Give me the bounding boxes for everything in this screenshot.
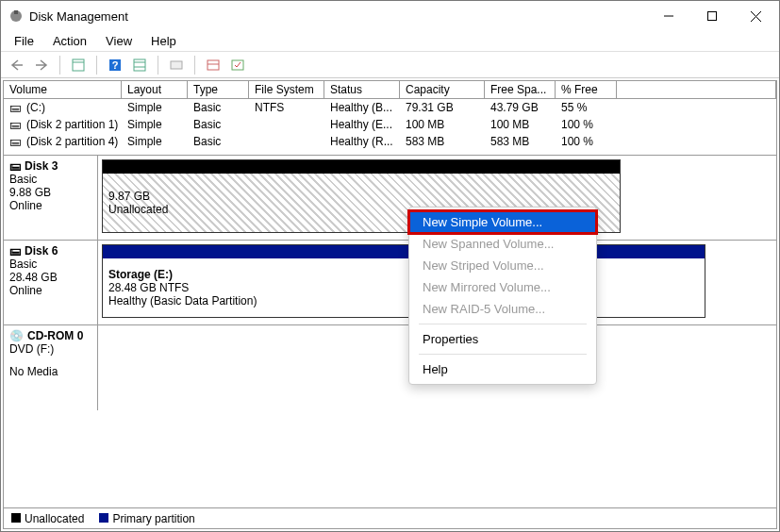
help-button[interactable]: ?	[105, 55, 125, 75]
cell-cap: 583 MB	[400, 135, 485, 148]
partition-body: Storage (E:) 28.48 GB NTFS Healthy (Basi…	[103, 258, 705, 317]
disk-info[interactable]: 🖴Disk 3 Basic 9.88 GB Online	[4, 156, 98, 240]
extra-button[interactable]	[227, 55, 248, 75]
disk-icon: 🖴	[9, 244, 21, 258]
cell-free: 583 MB	[485, 135, 556, 148]
disk-row: 💿CD-ROM 0 DVD (F:) No Media	[4, 325, 776, 410]
col-volume[interactable]: Volume	[4, 81, 122, 98]
volume-table-body: 🖴(C:) Simple Basic NTFS Healthy (B... 79…	[4, 99, 776, 156]
cell-cap: 79.31 GB	[400, 101, 485, 114]
col-freespace[interactable]: Free Spa...	[485, 81, 556, 98]
disk-type: Basic	[9, 173, 91, 186]
close-button[interactable]	[734, 1, 777, 31]
menu-help[interactable]: Help	[141, 32, 186, 50]
cell-layout: Simple	[122, 135, 188, 148]
menu-help[interactable]: Help	[409, 358, 596, 380]
legend-swatch-unallocated	[11, 513, 21, 523]
col-filesystem[interactable]: File System	[249, 81, 324, 98]
col-blank	[617, 81, 776, 98]
menu-view[interactable]: View	[96, 32, 141, 50]
disk-info[interactable]: 🖴Disk 6 Basic 28.48 GB Online	[4, 241, 98, 324]
cdrom-icon: 💿	[9, 329, 24, 342]
app-icon	[8, 8, 24, 24]
toolbar-separator	[158, 56, 158, 75]
settings-button[interactable]	[129, 55, 150, 75]
partition-stripe	[103, 245, 705, 258]
col-status[interactable]: Status	[324, 81, 400, 98]
menubar: File Action View Help	[1, 31, 779, 52]
col-type[interactable]: Type	[188, 81, 249, 98]
disk-icon: 🖴	[9, 159, 21, 173]
window: Disk Management File Action View Help ? …	[0, 0, 780, 532]
menu-properties[interactable]: Properties	[409, 328, 596, 350]
disk-sub: DVD (F:)	[9, 342, 91, 356]
forward-button[interactable]	[31, 55, 52, 75]
legend: Unallocated Primary partition	[4, 507, 776, 528]
cell-status: Healthy (R...	[324, 135, 400, 148]
disk-size: 9.88 GB	[9, 186, 91, 199]
col-capacity[interactable]: Capacity	[400, 81, 485, 98]
col-layout[interactable]: Layout	[122, 81, 188, 98]
cell-status: Healthy (B...	[324, 101, 400, 114]
cell-type: Basic	[188, 118, 249, 131]
menu-new-simple-volume[interactable]: New Simple Volume...	[409, 211, 596, 233]
partition-primary[interactable]: Storage (E:) 28.48 GB NTFS Healthy (Basi…	[102, 244, 705, 318]
list-button[interactable]	[203, 55, 224, 75]
svg-rect-13	[171, 61, 182, 69]
cell-fs: NTFS	[249, 101, 324, 114]
disk-info[interactable]: 💿CD-ROM 0 DVD (F:) No Media	[4, 325, 98, 410]
table-row[interactable]: 🖴(Disk 2 partition 4) Simple Basic Healt…	[4, 133, 776, 150]
volume-name: (Disk 2 partition 1)	[26, 118, 118, 131]
maximize-button[interactable]	[690, 1, 734, 31]
cell-layout: Simple	[122, 101, 188, 114]
partition-stripe	[103, 160, 620, 174]
table-row[interactable]: 🖴(Disk 2 partition 1) Simple Basic Healt…	[4, 116, 776, 133]
toolbar: ?	[1, 52, 779, 78]
menu-file[interactable]: File	[5, 32, 43, 50]
partition-name: Storage (E:)	[108, 268, 699, 281]
window-title: Disk Management	[29, 9, 647, 24]
disk-row: 🖴Disk 6 Basic 28.48 GB Online Storage (E…	[4, 241, 776, 325]
cell-free: 43.79 GB	[485, 101, 556, 114]
cell-type: Basic	[188, 135, 249, 148]
show-hide-button[interactable]	[68, 55, 89, 75]
refresh-button[interactable]	[166, 55, 187, 75]
cell-pct: 100 %	[556, 118, 617, 131]
legend-swatch-primary	[99, 513, 108, 523]
cell-free: 100 MB	[485, 118, 556, 131]
menu-new-spanned-volume: New Spanned Volume...	[409, 233, 596, 255]
disk-status: No Media	[9, 365, 91, 378]
menu-new-mirrored-volume: New Mirrored Volume...	[409, 276, 596, 298]
toolbar-separator	[96, 56, 97, 75]
drive-icon: 🖴	[9, 118, 26, 131]
cell-pct: 55 %	[556, 101, 617, 114]
col-pctfree[interactable]: % Free	[556, 81, 617, 98]
minimize-button[interactable]	[647, 1, 690, 31]
svg-rect-3	[708, 12, 717, 21]
svg-rect-1	[14, 10, 18, 14]
svg-text:?: ?	[112, 59, 119, 71]
disk-size: 28.48 GB	[9, 271, 91, 284]
svg-rect-10	[134, 59, 145, 71]
partition-status: Healthy (Basic Data Partition)	[108, 294, 699, 308]
cell-status: Healthy (E...	[324, 118, 400, 131]
volume-name: (C:)	[26, 101, 45, 114]
back-button[interactable]	[7, 55, 27, 75]
cell-layout: Simple	[122, 118, 188, 131]
drive-icon: 🖴	[9, 135, 26, 148]
menu-separator	[419, 324, 587, 324]
main-area: Volume Layout Type File System Status Ca…	[3, 80, 777, 529]
disk-status: Online	[9, 284, 91, 297]
legend-primary: Primary partition	[112, 512, 194, 525]
disk-row: 🖴Disk 3 Basic 9.88 GB Online 9.87 GB Una…	[4, 156, 776, 241]
table-row[interactable]: 🖴(C:) Simple Basic NTFS Healthy (B... 79…	[4, 99, 776, 116]
menu-new-striped-volume: New Striped Volume...	[409, 255, 596, 276]
toolbar-separator	[194, 56, 195, 75]
cell-cap: 100 MB	[400, 118, 485, 131]
drive-icon: 🖴	[9, 101, 26, 114]
menu-action[interactable]: Action	[43, 32, 96, 50]
partition-size: 9.87 GB	[108, 190, 614, 203]
legend-unallocated: Unallocated	[25, 512, 84, 525]
titlebar: Disk Management	[1, 1, 779, 31]
cell-type: Basic	[188, 101, 249, 114]
